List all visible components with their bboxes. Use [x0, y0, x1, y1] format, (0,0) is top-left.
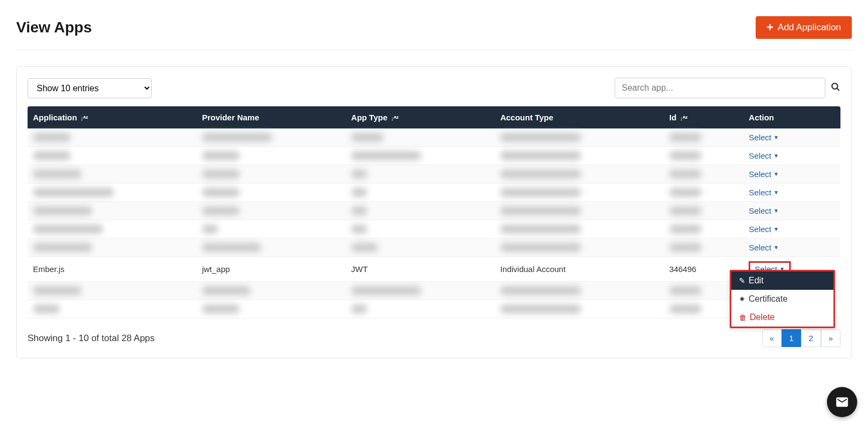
- select-action[interactable]: Select ▼: [749, 169, 779, 179]
- table-row: XXXXXXXXXXXXXXXXXXXXXXXXXXXXXXXXXXXXXXXX…: [28, 147, 840, 165]
- svg-point-0: [832, 83, 838, 89]
- page-prev[interactable]: «: [762, 329, 782, 347]
- apps-table: Application ↓ᴬᶻ Provider Name App Type ↓…: [28, 106, 840, 318]
- col-application[interactable]: Application ↓ᴬᶻ: [28, 106, 197, 128]
- table-row: XXXXXXXXXXXXXXXXXXXXXXXXXXXXXXXXXXXXXXXX…: [28, 128, 840, 147]
- table-row-ember: Ember.js jwt_app JWT Individual Account …: [28, 257, 840, 282]
- page-next[interactable]: »: [821, 329, 840, 347]
- cell-app-type: JWT: [346, 257, 495, 282]
- col-id[interactable]: Id ↓ᴬᶻ: [664, 106, 743, 128]
- certificate-icon: ✷: [739, 295, 745, 303]
- search-input[interactable]: [615, 78, 825, 98]
- table-row: XXXXXXXXXXXXXXXXXXXXXXXXXXXXXXXXXXXXXXXX…: [28, 165, 840, 184]
- table-row: XXXXXXXXXXXXXXXXXXXXXXXXXXXXXXXXXXXXXXXX…: [28, 202, 840, 220]
- sort-icon: ↓ᴬᶻ: [391, 115, 399, 121]
- edit-icon: ✎: [739, 276, 745, 285]
- select-action[interactable]: Select ▼: [749, 225, 779, 234]
- select-action[interactable]: Select ▼: [749, 243, 779, 252]
- cell-provider: jwt_app: [197, 257, 346, 282]
- dropdown-edit[interactable]: ✎ Edit: [731, 271, 833, 290]
- table-row: XXXXXXXXXXXXXXXXXXXXXXXXXXXXXXXXXXXXXXXX…: [28, 220, 840, 239]
- select-action[interactable]: Select ▼: [749, 151, 779, 160]
- cell-application: Ember.js: [28, 257, 197, 282]
- caret-down-icon: ▼: [773, 171, 779, 177]
- sort-icon: ↓ᴬᶻ: [680, 115, 688, 121]
- cell-account-type: Individual Account: [495, 257, 664, 282]
- page-1[interactable]: 1: [782, 329, 801, 347]
- plus-icon: +: [766, 22, 773, 33]
- caret-down-icon: ▼: [773, 189, 779, 195]
- sort-icon: ↓ᴬᶻ: [80, 115, 89, 121]
- select-action[interactable]: Select ▼: [749, 188, 779, 197]
- table-row: XXXXXXXXXXXXXXXXXXXXXXXXXXXXXXXXXXXX: [28, 300, 840, 318]
- col-action: Action: [743, 106, 840, 128]
- col-account-type[interactable]: Account Type: [495, 106, 664, 128]
- dropdown-delete[interactable]: 🗑 Delete: [731, 308, 833, 327]
- showing-text: Showing 1 - 10 of total 28 Apps: [28, 333, 154, 344]
- add-button-label: Add Application: [778, 22, 841, 33]
- page-title: View Apps: [16, 19, 92, 36]
- pagination: « 1 2 »: [762, 329, 840, 347]
- select-action[interactable]: Select ▼: [749, 133, 779, 142]
- svg-line-1: [837, 88, 839, 91]
- table-row: XXXXXXXXXXXXXXXXXXXXXXXXXXXXXXXXXXXXXXXX…: [28, 282, 840, 300]
- table-row: XXXXXXXXXXXXXXXXXXXXXXXXXXXXXXXXXXXXXXXX…: [28, 239, 840, 257]
- col-provider[interactable]: Provider Name: [197, 106, 346, 128]
- caret-down-icon: ▼: [773, 134, 779, 140]
- caret-down-icon: ▼: [773, 244, 779, 250]
- table-row: XXXXXXXXXXXXXXXXXXXXXXXXXXXXXXXXXXXXXXXX…: [28, 184, 840, 202]
- trash-icon: 🗑: [739, 313, 746, 322]
- apps-card: Show 10 entries Application ↓ᴬᶻ Provider…: [16, 66, 852, 358]
- add-application-button[interactable]: + Add Application: [756, 16, 852, 39]
- action-dropdown: ✎ Edit ✷ Certificate 🗑 Delete: [730, 270, 835, 328]
- col-app-type[interactable]: App Type ↓ᴬᶻ: [346, 106, 495, 128]
- dropdown-certificate[interactable]: ✷ Certificate: [731, 290, 833, 308]
- search-icon[interactable]: [831, 82, 840, 94]
- caret-down-icon: ▼: [773, 226, 779, 232]
- entries-select[interactable]: Show 10 entries: [28, 78, 152, 98]
- page-2[interactable]: 2: [801, 329, 820, 347]
- select-action[interactable]: Select ▼: [749, 206, 779, 215]
- caret-down-icon: ▼: [773, 208, 779, 214]
- caret-down-icon: ▼: [773, 153, 779, 159]
